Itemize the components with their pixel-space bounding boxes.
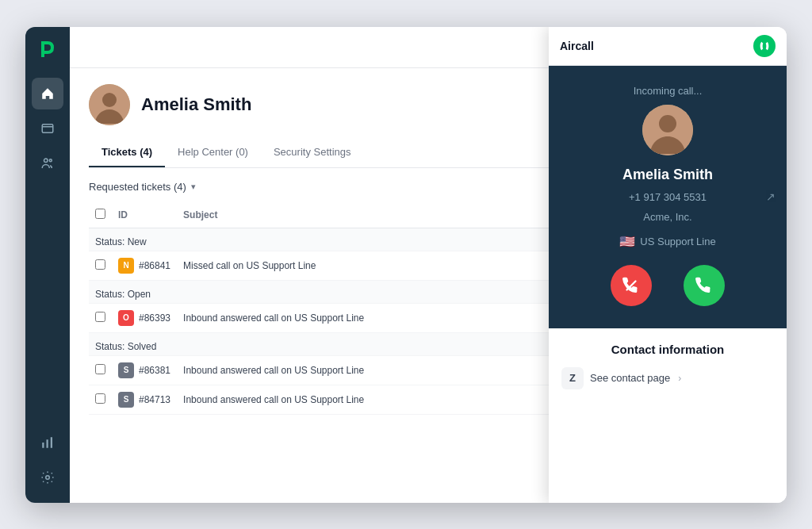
ticket-id-number: #86381 [139, 365, 170, 376]
sidebar-item-home[interactable] [32, 78, 63, 109]
caller-company: Acme, Inc. [643, 211, 691, 223]
ticket-id-number: #84713 [139, 394, 170, 405]
row-checkbox-cell [89, 385, 112, 414]
contact-info-title: Contact information [561, 343, 774, 356]
support-line: 🇺🇸 US Support Line [619, 234, 715, 249]
filter-caret-icon: ▾ [191, 182, 196, 192]
row-subject: Missed call on US Support Line [177, 251, 609, 280]
aircall-header: Aircall [549, 27, 787, 66]
contact-icon: Z [561, 367, 584, 389]
tab-security-settings[interactable]: Security Settings [261, 138, 364, 167]
contact-info-panel: Contact information Z See contact page › [549, 328, 787, 503]
svg-point-21 [659, 115, 676, 132]
row-checkbox-cell [89, 251, 112, 280]
row-subject: Inbound answered call on US Support Line [177, 355, 609, 385]
decline-call-button[interactable] [611, 265, 652, 306]
call-buttons [611, 265, 725, 306]
row-checkbox[interactable] [95, 312, 105, 322]
row-checkbox[interactable] [95, 364, 105, 374]
ticket-badge: S [118, 392, 134, 408]
svg-point-2 [49, 159, 52, 161]
see-contact-text: See contact page [590, 372, 670, 384]
sidebar [25, 27, 70, 503]
svg-point-1 [44, 159, 48, 163]
profile-name: Amelia Smith [141, 94, 251, 115]
app-wrapper: Amelia Smith Tickets (4) Help Center (0)… [25, 27, 787, 503]
cursor-indicator: ↗ [766, 190, 776, 203]
flag-icon: 🇺🇸 [619, 234, 635, 249]
aircall-title: Aircall [560, 40, 594, 52]
incoming-call-panel: Incoming call... Amelia Smith +1 917 304… [549, 66, 787, 328]
row-checkbox-cell [89, 303, 112, 332]
row-id: N #86841 [112, 251, 177, 280]
filter-label: Requested tickets (4) [89, 181, 186, 193]
ticket-badge: O [118, 310, 134, 326]
row-checkbox[interactable] [95, 393, 105, 404]
aircall-popup: Aircall Incoming call... Amelia Smith + [549, 27, 787, 503]
accept-call-button[interactable] [684, 265, 725, 306]
tab-help-center[interactable]: Help Center (0) [165, 138, 261, 167]
ticket-badge: S [118, 362, 134, 378]
ticket-id-number: #86841 [139, 260, 170, 271]
svg-rect-4 [47, 439, 48, 448]
ticket-id-number: #86393 [139, 312, 170, 324]
aircall-logo-icon [753, 35, 776, 57]
row-checkbox[interactable] [95, 259, 105, 270]
caller-avatar [642, 105, 693, 155]
svg-rect-3 [42, 443, 44, 448]
svg-rect-5 [51, 437, 52, 448]
see-contact-row[interactable]: Z See contact page › [561, 367, 774, 389]
svg-point-19 [102, 93, 117, 107]
col-header-subject: Subject [177, 202, 609, 228]
col-header-checkbox [89, 202, 112, 228]
svg-point-6 [46, 475, 50, 479]
svg-rect-0 [42, 124, 53, 132]
caller-phone: +1 917 304 5531 [629, 191, 707, 203]
row-checkbox-cell [89, 355, 112, 385]
see-contact-chevron-icon: › [678, 373, 681, 384]
row-subject: Inbound answered call on US Support Line [177, 385, 609, 414]
row-subject: Inbound answered call on US Support Line [177, 303, 609, 332]
incoming-text: Incoming call... [634, 85, 703, 97]
row-id: O #86393 [112, 303, 177, 332]
support-line-text: US Support Line [640, 236, 715, 247]
profile-avatar [89, 84, 130, 125]
col-header-id: ID [112, 202, 177, 228]
sidebar-item-tickets[interactable] [32, 113, 63, 144]
sidebar-logo[interactable] [35, 36, 60, 62]
select-all-checkbox[interactable] [95, 209, 105, 219]
row-id: S #84713 [112, 385, 177, 414]
sidebar-item-reports[interactable] [32, 427, 63, 458]
row-id: S #86381 [112, 355, 177, 385]
sidebar-item-settings[interactable] [32, 462, 63, 493]
caller-name: Amelia Smith [622, 167, 713, 183]
tab-tickets[interactable]: Tickets (4) [89, 138, 165, 167]
ticket-badge: N [118, 258, 134, 274]
sidebar-item-users[interactable] [32, 148, 63, 179]
